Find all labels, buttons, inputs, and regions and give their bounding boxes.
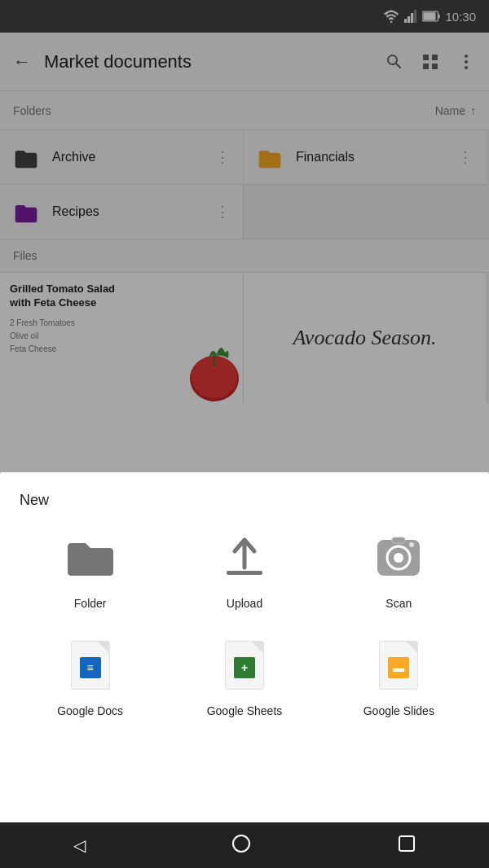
nav-recent-button[interactable] [398, 835, 416, 856]
new-google-slides-label: Google Slides [363, 704, 434, 717]
new-google-docs-item[interactable]: ≡ Google Docs [42, 636, 139, 717]
nav-home-button[interactable] [231, 834, 251, 857]
new-google-slides-icon: ▬ [369, 636, 428, 695]
sheet-items-row1: Folder Upload Sca [0, 528, 489, 610]
new-google-slides-item[interactable]: ▬ Google Slides [350, 636, 447, 717]
svg-rect-13 [227, 571, 262, 575]
new-upload-icon [215, 528, 274, 587]
nav-bar: ◁ [0, 822, 489, 868]
new-folder-label: Folder [74, 597, 107, 610]
new-google-sheets-item[interactable]: + Google Sheets [196, 636, 293, 717]
new-scan-label: Scan [385, 597, 412, 610]
new-upload-item[interactable]: Upload [196, 528, 293, 610]
sheet-items-row2: ≡ Google Docs + Google Sheets ▬ Google S… [0, 636, 489, 717]
svg-rect-20 [399, 836, 414, 851]
new-google-docs-label: Google Docs [57, 704, 123, 717]
nav-back-button[interactable]: ◁ [73, 835, 86, 855]
new-folder-icon [61, 528, 120, 587]
new-upload-label: Upload [227, 597, 262, 610]
svg-point-16 [394, 553, 403, 563]
svg-point-19 [233, 835, 249, 852]
new-google-docs-icon: ≡ [61, 636, 120, 695]
sheet-title: New [0, 492, 489, 528]
new-folder-item[interactable]: Folder [42, 528, 139, 610]
new-scan-item[interactable]: Scan [350, 528, 447, 610]
new-scan-icon [369, 528, 428, 587]
new-google-sheets-label: Google Sheets [207, 704, 283, 717]
bottom-sheet: New Folder Upload [0, 472, 489, 822]
svg-rect-17 [392, 537, 405, 543]
overlay[interactable] [0, 0, 489, 476]
new-google-sheets-icon: + [215, 636, 274, 695]
svg-point-18 [409, 542, 414, 547]
